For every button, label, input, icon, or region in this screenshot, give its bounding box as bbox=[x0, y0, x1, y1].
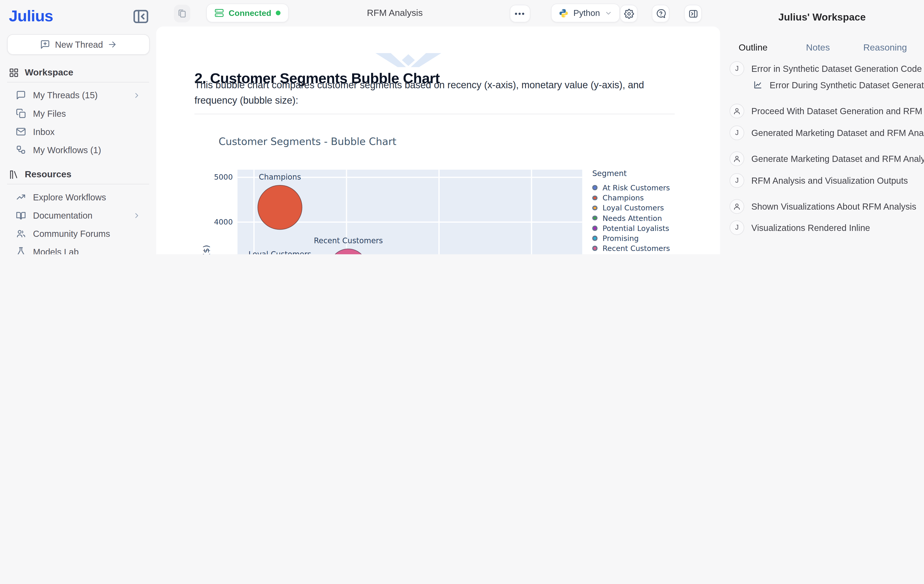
bubble-champions[interactable] bbox=[257, 185, 302, 230]
library-icon bbox=[9, 169, 19, 179]
sidebar-item-my-threads-15[interactable]: My Threads (15) bbox=[0, 86, 156, 104]
legend-item-at-risk-customers[interactable]: At Risk Customers bbox=[592, 183, 710, 193]
flask-icon bbox=[16, 247, 26, 254]
help-icon bbox=[655, 8, 665, 18]
legend-marker bbox=[592, 246, 597, 251]
grid-icon bbox=[9, 68, 19, 78]
legend-title: Segment bbox=[592, 169, 710, 178]
y-tick: 5000 bbox=[208, 173, 233, 181]
sidebar-item-documentation[interactable]: Documentation bbox=[0, 206, 156, 224]
gear-icon bbox=[624, 8, 634, 18]
bubble-label-recent-customers: Recent Customers bbox=[298, 236, 398, 245]
legend-marker bbox=[592, 206, 597, 211]
bubble-label-loyal-customers: Loyal Customers bbox=[230, 250, 330, 254]
bubble-label-champions: Champions bbox=[230, 172, 330, 181]
user-avatar bbox=[729, 151, 744, 166]
book-icon bbox=[16, 210, 26, 220]
help-button[interactable] bbox=[652, 5, 669, 22]
python-runtime-selector[interactable]: Python bbox=[551, 3, 620, 22]
tab-reasoning[interactable]: Reasoning bbox=[860, 42, 910, 53]
chevron-right-icon bbox=[133, 211, 141, 219]
julius-avatar: J bbox=[729, 220, 744, 235]
trending-icon bbox=[16, 192, 26, 202]
legend-item-potential-loyalists[interactable]: Potential Loyalists bbox=[592, 223, 710, 233]
people-icon bbox=[16, 229, 26, 239]
section-header-workspace: Workspace bbox=[0, 62, 156, 82]
legend-item-needs-attention[interactable]: Needs Attention bbox=[592, 213, 710, 223]
legend-item-recent-customers[interactable]: Recent Customers bbox=[592, 244, 710, 254]
outline-item-generated-marketing-dataset-and-rfm-anal[interactable]: JGenerated Marketing Dataset and RFM Ana… bbox=[720, 125, 924, 140]
gridline bbox=[439, 170, 439, 254]
connected-status[interactable]: Connected bbox=[206, 3, 289, 22]
right-sidebar: Julius' Workspace Outline Notes Reasonin… bbox=[720, 0, 924, 254]
copy-thread-button[interactable] bbox=[174, 5, 190, 22]
collapse-sidebar-icon[interactable] bbox=[132, 8, 150, 25]
sidebar-sections: WorkspaceMy Threads (15)My FilesInboxMy … bbox=[0, 62, 156, 254]
sidebar-item-my-workflows-1[interactable]: My Workflows (1) bbox=[0, 141, 156, 159]
legend-marker bbox=[592, 236, 597, 241]
python-icon bbox=[559, 8, 569, 18]
legend-item-champions[interactable]: Champions bbox=[592, 193, 710, 203]
connected-label: Connected bbox=[229, 8, 271, 18]
main-column: 2. Customer Segments Bubble Chart This b… bbox=[156, 0, 720, 254]
section-header-resources: Resources bbox=[0, 165, 156, 184]
legend-marker bbox=[592, 195, 597, 200]
julius-avatar: J bbox=[729, 61, 744, 76]
arrow-right-icon bbox=[108, 40, 117, 49]
y-axis-label: Monetary Value ($) bbox=[200, 170, 211, 254]
tab-outline[interactable]: Outline bbox=[732, 42, 774, 53]
new-thread-label: New Thread bbox=[55, 40, 103, 49]
status-dot bbox=[276, 10, 280, 15]
legend-marker bbox=[592, 216, 597, 221]
legend-marker bbox=[592, 226, 597, 231]
sidebar-item-inbox[interactable]: Inbox bbox=[0, 123, 156, 141]
open-panel-button[interactable] bbox=[684, 5, 702, 22]
outline-item-error-during-synthetic-dataset-generati[interactable]: Error During Synthetic Dataset Generati.… bbox=[720, 77, 924, 92]
gridline bbox=[531, 170, 532, 254]
content-card: 2. Customer Segments Bubble Chart This b… bbox=[156, 26, 720, 254]
bubble-chart: Customer Segments - Bubble Chart Monetar… bbox=[195, 120, 713, 254]
section2-body: This bubble chart compares customer segm… bbox=[195, 77, 675, 108]
copy-icon bbox=[177, 9, 187, 18]
julius-logo: Julius bbox=[9, 7, 53, 25]
outline-item-proceed-with-dataset-generation-and-rfm-[interactable]: Proceed With Dataset Generation and RFM … bbox=[720, 103, 924, 119]
sidebar-item-my-files[interactable]: My Files bbox=[0, 104, 156, 122]
julius-watermark bbox=[376, 53, 441, 67]
bubble-plot-area[interactable]: At Risk CustomersChampionsLoyal Customer… bbox=[238, 170, 582, 254]
chart-line-icon bbox=[753, 80, 762, 89]
workflow-icon bbox=[16, 145, 26, 155]
panel-right-icon bbox=[688, 8, 698, 18]
legend-item-loyal-customers[interactable]: Loyal Customers bbox=[592, 203, 710, 213]
server-icon bbox=[214, 8, 224, 18]
app: Julius New Thread WorkspaceMy Threads (1… bbox=[0, 0, 924, 254]
bubble-recent-customers[interactable] bbox=[330, 248, 367, 254]
y-tick: 4000 bbox=[208, 217, 233, 226]
outline-item-error-in-synthetic-dataset-generation-co[interactable]: JError in Synthetic Dataset Generation C… bbox=[720, 61, 924, 76]
chart-title: Customer Segments - Bubble Chart bbox=[219, 135, 396, 147]
sidebar-item-models-lab[interactable]: Models Lab bbox=[0, 243, 156, 254]
chevron-down-icon bbox=[605, 9, 612, 17]
user-avatar bbox=[729, 103, 744, 118]
user-avatar bbox=[729, 199, 744, 213]
new-thread-button[interactable]: New Thread bbox=[7, 34, 150, 54]
julius-avatar: J bbox=[729, 173, 744, 188]
sidebar-item-community-forums[interactable]: Community Forums bbox=[0, 224, 156, 243]
legend-item-promising[interactable]: Promising bbox=[592, 233, 710, 243]
message-plus-icon bbox=[40, 40, 50, 49]
outline-item-visualizations-rendered-inline[interactable]: JVisualizations Rendered Inline bbox=[720, 219, 924, 235]
files-icon bbox=[16, 108, 26, 118]
settings-button[interactable] bbox=[620, 5, 638, 22]
more-options-button[interactable]: ••• bbox=[510, 5, 530, 22]
outline-item-rfm-analysis-and-visualization-outputs[interactable]: JRFM Analysis and Visualization Outputs bbox=[720, 173, 924, 188]
tab-notes[interactable]: Notes bbox=[797, 42, 839, 53]
legend-marker bbox=[592, 185, 597, 190]
left-sidebar: Julius New Thread WorkspaceMy Threads (1… bbox=[0, 0, 156, 254]
mail-icon bbox=[16, 127, 26, 137]
sidebar-item-explore-workflows[interactable]: Explore Workflows bbox=[0, 188, 156, 206]
outline-item-generate-marketing-dataset-and-rfm-analy[interactable]: Generate Marketing Dataset and RFM Analy… bbox=[720, 151, 924, 166]
outline-item-shown-visualizations-about-rfm-analysis[interactable]: Shown Visualizations About RFM Analysis bbox=[720, 199, 924, 214]
chat-icon bbox=[16, 90, 26, 100]
legend-items: At Risk CustomersChampionsLoyal Customer… bbox=[592, 183, 710, 254]
chart-legend: Segment At Risk CustomersChampionsLoyal … bbox=[592, 169, 710, 254]
chevron-right-icon bbox=[133, 91, 141, 99]
